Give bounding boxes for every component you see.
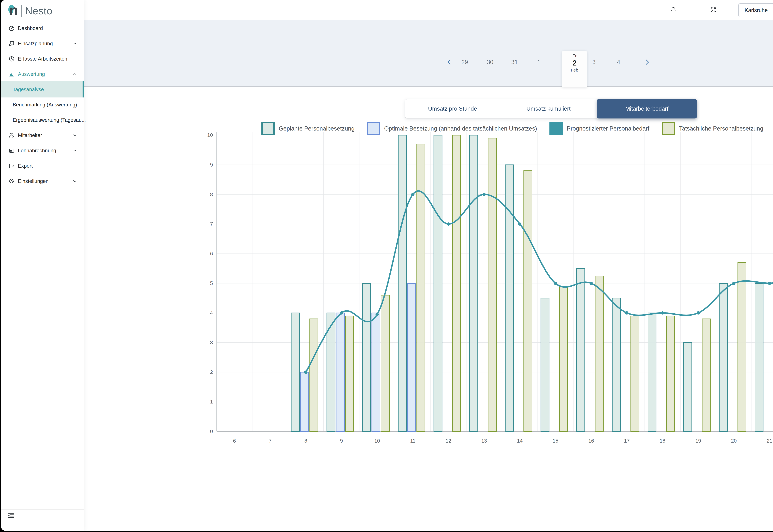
svg-text:8: 8 <box>210 192 213 197</box>
sidebar-item-einstellungen[interactable]: Einstellungen <box>1 173 84 189</box>
svg-text:9: 9 <box>340 438 343 444</box>
previous-day-button[interactable] <box>445 58 453 66</box>
app-window: n Nesto DashboardEinsatzplanungErfasste … <box>0 0 773 532</box>
sidebar-item-tagesanalyse[interactable]: Tagesanalyse <box>1 81 84 97</box>
date-item-1[interactable]: 1 <box>528 57 550 67</box>
svg-text:16: 16 <box>589 438 594 444</box>
top-header: Karlsruhe <box>84 0 773 20</box>
export-icon <box>8 163 15 169</box>
sidebar-item-einsatzplanung[interactable]: Einsatzplanung <box>1 36 84 51</box>
svg-text:10: 10 <box>374 438 380 444</box>
chart-mode-tabs: Umsatz pro StundeUmsatz kumuliertMitarbe… <box>405 99 697 118</box>
tab-umsatz-pro-stunde[interactable]: Umsatz pro Stunde <box>405 99 500 118</box>
sidebar-item-label: Einsatzplanung <box>18 41 53 46</box>
sidebar-item-label: Einstellungen <box>18 178 49 184</box>
chevron-down-icon <box>72 148 77 153</box>
sidebar-item-label: Benchmarking (Auswertung) <box>13 102 77 108</box>
svg-text:7: 7 <box>269 438 272 444</box>
sidebar: n Nesto DashboardEinsatzplanungErfasste … <box>1 0 84 531</box>
gear-icon <box>8 178 15 184</box>
expand-icon <box>710 6 717 14</box>
location-select-value: Karlsruhe <box>745 7 773 13</box>
sidebar-item-label: Erfasste Arbeitszeiten <box>18 56 67 62</box>
svg-text:12: 12 <box>446 438 451 444</box>
brand-logo: n Nesto <box>8 4 52 18</box>
grid-icon <box>8 40 15 47</box>
selected-date-day: 2 <box>562 58 587 68</box>
sidebar-item-label: Lohnabrechnung <box>18 148 56 154</box>
sidebar-item-label: Dashboard <box>18 25 43 31</box>
sidebar-footer-divider <box>1 509 84 510</box>
svg-text:18: 18 <box>660 438 665 444</box>
svg-text:7: 7 <box>210 221 213 227</box>
sidebar-item-label: Mitarbeiter <box>18 132 42 138</box>
svg-text:14: 14 <box>517 438 523 444</box>
chevron-down-icon <box>72 41 77 46</box>
svg-text:6: 6 <box>210 251 213 256</box>
brand-mark: n <box>8 4 20 18</box>
sidebar-item-benchmarking[interactable]: Benchmarking (Auswertung) <box>1 97 84 112</box>
svg-text:6: 6 <box>233 438 236 444</box>
date-item-29[interactable]: 29 <box>454 57 475 67</box>
sidebar-item-lohnabrechnung[interactable]: Lohnabrechnung <box>1 143 84 158</box>
next-day-button[interactable] <box>643 58 651 66</box>
fullscreen-button[interactable] <box>710 6 717 14</box>
clock-icon <box>8 56 15 62</box>
svg-text:13: 13 <box>481 438 487 444</box>
sidebar-item-label: Tagesanalyse <box>13 87 44 92</box>
bar-chart-icon <box>8 71 15 77</box>
gauge-icon <box>8 25 15 32</box>
selected-date-month: Feb <box>562 68 587 73</box>
location-select[interactable]: Karlsruhe <box>738 3 773 17</box>
svg-text:21: 21 <box>767 438 772 444</box>
svg-text:10: 10 <box>207 132 213 138</box>
svg-text:5: 5 <box>210 280 213 286</box>
svg-text:20: 20 <box>731 438 737 444</box>
date-item-4[interactable]: 4 <box>608 57 630 67</box>
sidebar-item-label: Auswertung <box>18 71 45 77</box>
brand-mark-letter: n <box>9 3 18 17</box>
collapse-sidebar-button[interactable] <box>7 511 16 520</box>
svg-text:19: 19 <box>695 438 701 444</box>
chevron-down-icon <box>72 179 77 184</box>
tab-mitarbeiterbedarf[interactable]: Mitarbeiterbedarf <box>597 99 697 118</box>
logo-divider <box>21 5 22 17</box>
analysis-card: Umsatz pro StundeUmsatz kumuliertMitarbe… <box>84 87 773 531</box>
bell-icon <box>670 6 677 14</box>
svg-text:17: 17 <box>624 438 630 444</box>
date-navigation: 293031134 Fr 2 Feb <box>84 20 773 87</box>
svg-text:2: 2 <box>210 369 213 375</box>
selected-date-weekday: Fr <box>562 53 587 58</box>
notifications-button[interactable] <box>670 6 677 14</box>
svg-text:4: 4 <box>210 310 213 316</box>
sidebar-item-ergebnisauswertung[interactable]: Ergebnisauswertung (Tagesau... <box>1 112 84 128</box>
sidebar-item-mitarbeiter[interactable]: Mitarbeiter <box>1 128 84 143</box>
sidebar-item-erfasste-arbeitszeiten[interactable]: Erfasste Arbeitszeiten <box>1 51 84 66</box>
brand-name: Nesto <box>25 6 52 16</box>
app-root: n Nesto DashboardEinsatzplanungErfasste … <box>1 0 773 531</box>
date-item-30[interactable]: 30 <box>479 57 501 67</box>
staffing-chart: 0123456789106789101112131415161718192021… <box>199 129 773 456</box>
svg-text:8: 8 <box>304 438 307 444</box>
chevron-up-icon <box>72 72 77 77</box>
sidebar-item-export[interactable]: Export <box>1 158 84 173</box>
sidebar-item-dashboard[interactable]: Dashboard <box>1 21 84 36</box>
svg-text:15: 15 <box>553 438 558 444</box>
sidebar-item-label: Export <box>18 163 33 169</box>
people-icon <box>8 132 15 139</box>
wallet-icon <box>8 147 15 154</box>
sidebar-item-label: Ergebnisauswertung (Tagesau... <box>13 117 86 123</box>
collapse-sidebar-icon <box>7 511 16 520</box>
svg-text:1: 1 <box>210 399 213 405</box>
svg-text:3: 3 <box>210 340 213 345</box>
svg-text:0: 0 <box>210 429 213 434</box>
svg-text:11: 11 <box>410 438 415 444</box>
svg-text:9: 9 <box>210 162 213 168</box>
date-item-31[interactable]: 31 <box>504 57 525 67</box>
sidebar-item-auswertung[interactable]: Auswertung <box>1 66 84 82</box>
tab-umsatz-kumuliert[interactable]: Umsatz kumuliert <box>500 99 597 118</box>
chevron-down-icon <box>72 133 77 138</box>
selected-date-card[interactable]: Fr 2 Feb <box>562 51 587 87</box>
